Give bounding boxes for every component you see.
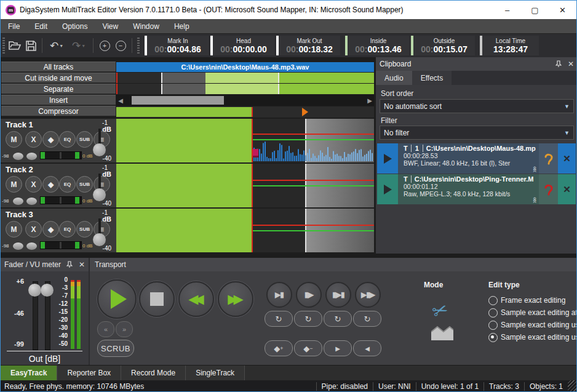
mute-button[interactable]: M — [6, 221, 22, 238]
play-from-mark-button[interactable]: ▮▶ — [296, 282, 322, 308]
prelisten-play-button[interactable] — [377, 174, 398, 204]
menu-edit[interactable]: Edit — [27, 22, 55, 31]
loop-button[interactable]: ↻ — [324, 311, 352, 327]
play-button[interactable] — [97, 279, 137, 319]
pin-icon[interactable] — [66, 261, 73, 268]
pin-icon[interactable] — [555, 60, 562, 68]
edit-tool-insert[interactable]: Insert — [1, 95, 116, 105]
redo-icon[interactable]: ↷▼ — [68, 38, 90, 54]
pan-knob[interactable] — [26, 153, 37, 160]
scrollbar-thumb[interactable] — [132, 96, 224, 105]
eq-button[interactable]: EQ — [59, 176, 76, 193]
ear-icon[interactable] — [539, 174, 558, 204]
fast-forward-button[interactable]: ▶▶ — [218, 281, 253, 317]
play-to-mark-button[interactable]: ▶▮ — [266, 282, 292, 308]
overview-file-bar[interactable]: C:\Users\nin\Desktop\Maus-48.mp3.wav — [116, 62, 374, 72]
menu-file[interactable]: File — [1, 22, 27, 31]
mute-button[interactable]: M — [6, 176, 22, 193]
close-panel-icon[interactable]: ✕ — [568, 60, 574, 68]
close-button[interactable]: ✕ — [549, 1, 576, 19]
marker-button[interactable]: ◆ — [42, 221, 59, 238]
tab-reporter-box[interactable]: Reporter Box — [57, 366, 121, 380]
marker-button[interactable]: ◆ — [42, 176, 59, 193]
remove-marker-button[interactable]: ◆− — [294, 340, 322, 356]
edit-tool-compressor[interactable]: Compressor — [1, 106, 116, 116]
ear-icon[interactable] — [539, 143, 558, 174]
chevron-up-double-icon[interactable]: «« — [531, 166, 539, 171]
undo-icon[interactable]: ↶▼ — [46, 38, 68, 54]
pan-knob[interactable] — [13, 153, 23, 160]
prev-marker-button[interactable]: ◀ — [353, 340, 381, 356]
radio-sample-exact-us-2[interactable] — [488, 333, 498, 342]
scroll-right-icon[interactable]: ▶ — [365, 97, 374, 104]
clipboard-item-1[interactable]: T 1 C:\Users\nin\Desktop\Maus-48.mp 00:0… — [377, 143, 576, 174]
scissors-icon[interactable]: ✂ — [429, 298, 452, 323]
skip-forward-button[interactable]: » — [116, 321, 133, 337]
menu-window[interactable]: Window — [125, 22, 167, 31]
zoom-in-icon[interactable]: + — [97, 38, 113, 54]
fader-knob[interactable] — [28, 284, 41, 297]
remove-clip-icon[interactable]: ✕ — [558, 143, 576, 174]
marker-button[interactable]: ◆ — [42, 131, 59, 148]
minimize-button[interactable]: – — [493, 1, 521, 19]
maximize-button[interactable]: ▢ — [521, 1, 549, 19]
audio-clip-green[interactable] — [116, 119, 252, 162]
overview-row[interactable] — [116, 73, 374, 83]
track-lane-1[interactable] — [116, 119, 374, 162]
clip-start-marker[interactable] — [253, 149, 258, 158]
play-selection-button[interactable]: ▮▶▮ — [325, 282, 351, 308]
menu-options[interactable]: Options — [55, 22, 95, 31]
horizontal-scrollbar[interactable]: ◀ ▶ — [116, 95, 374, 106]
open-file-icon[interactable] — [7, 38, 23, 54]
save-icon[interactable] — [23, 38, 39, 54]
scroll-left-icon[interactable]: ◀ — [116, 97, 125, 104]
pan-knob[interactable] — [13, 198, 23, 205]
radio-sample-exact-at[interactable] — [488, 308, 498, 318]
track-fader-knob[interactable] — [93, 188, 106, 201]
edit-tool-separate[interactable]: Separate — [1, 84, 116, 94]
eq-button[interactable]: EQ — [59, 221, 76, 238]
audio-clip-green[interactable] — [116, 209, 252, 252]
loop-button[interactable]: ↻ — [353, 311, 381, 327]
menu-view[interactable]: View — [95, 22, 125, 31]
radio-sample-exact-us-1[interactable] — [488, 321, 498, 330]
track-lane-2[interactable] — [116, 164, 374, 207]
rewind-button[interactable]: ◀◀ — [178, 281, 214, 317]
tab-record-mode[interactable]: Record Mode — [121, 366, 186, 380]
tab-singletrack[interactable]: SingleTrack — [186, 366, 245, 380]
prelisten-play-button[interactable] — [377, 143, 398, 174]
clipboard-item-2[interactable]: T C:\Users\nin\Desktop\Ping-Trenner.M 00… — [377, 174, 576, 204]
tab-effects[interactable]: Effects — [412, 71, 452, 85]
stop-button[interactable] — [139, 281, 175, 317]
pan-knob[interactable] — [26, 198, 37, 205]
radio-frame-exact[interactable] — [488, 296, 498, 305]
sub-button[interactable]: SUB — [76, 131, 93, 148]
fader-knob[interactable] — [41, 284, 54, 297]
sort-order-select[interactable]: No automatic sort▼ — [380, 99, 574, 113]
zoom-out-icon[interactable]: − — [113, 38, 129, 54]
track-lane-3[interactable] — [116, 209, 374, 252]
sub-button[interactable]: SUB — [76, 221, 93, 238]
edit-tool-all-tracks[interactable]: All tracks — [1, 62, 116, 72]
pan-knob[interactable] — [26, 242, 37, 250]
remove-clip-icon[interactable]: ✕ — [558, 174, 576, 204]
next-marker-button[interactable]: ▶ — [324, 340, 352, 356]
solo-button[interactable]: X — [25, 221, 42, 238]
play-around-button[interactable]: ▶▮▶ — [355, 282, 381, 308]
timeline-ruler[interactable] — [116, 106, 374, 118]
mute-button[interactable]: M — [6, 131, 22, 148]
skip-back-button[interactable]: « — [97, 321, 114, 337]
loop-button[interactable]: ↻ — [265, 311, 293, 327]
overview-row[interactable] — [116, 84, 374, 94]
tab-easytrack[interactable]: EasyTrack — [1, 366, 57, 380]
scrub-button[interactable]: SCRUB — [97, 340, 134, 357]
resize-grip[interactable] — [568, 380, 576, 392]
eq-button[interactable]: EQ — [59, 131, 76, 148]
sub-button[interactable]: SUB — [76, 176, 93, 193]
menu-help[interactable]: Help — [167, 22, 197, 31]
edit-tool-cut-inside-and-move[interactable]: Cut inside and move — [1, 73, 116, 83]
pan-knob[interactable] — [13, 242, 23, 250]
solo-button[interactable]: X — [25, 176, 42, 193]
timeline-marker-icon[interactable] — [302, 108, 308, 116]
audio-clip-green[interactable] — [116, 164, 252, 207]
